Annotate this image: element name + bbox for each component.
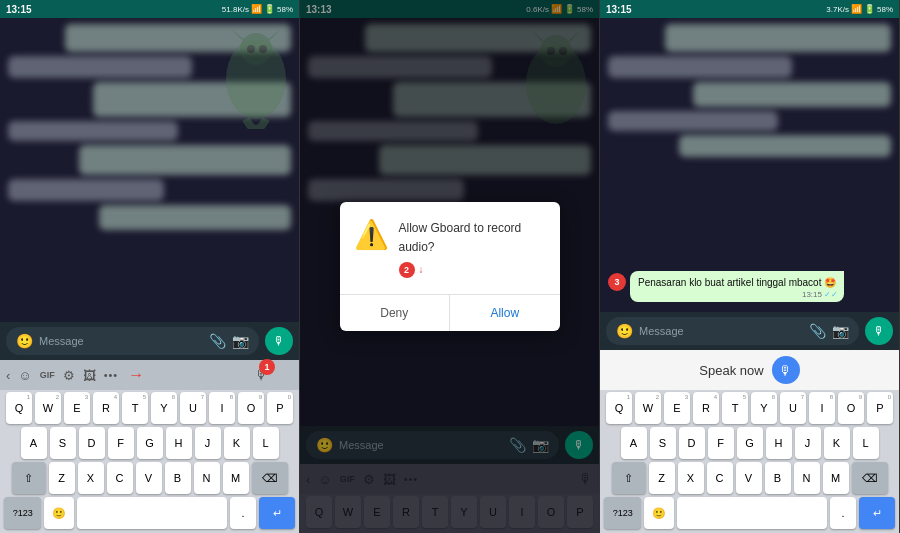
allow-button[interactable]: Allow <box>450 295 560 331</box>
k3-backspace[interactable]: ⌫ <box>852 462 888 494</box>
k3-P[interactable]: P0 <box>867 392 893 424</box>
k3-L[interactable]: L <box>853 427 879 459</box>
kb-back-icon[interactable]: ‹ <box>6 368 10 383</box>
key-H[interactable]: H <box>166 427 192 459</box>
key-B[interactable]: B <box>165 462 191 494</box>
camera-icon-1[interactable]: 📷 <box>232 333 249 349</box>
status-time-3: 13:15 <box>606 4 632 15</box>
key-space[interactable] <box>77 497 227 529</box>
svg-point-4 <box>247 45 255 53</box>
mic-button-1[interactable]: 🎙 <box>265 327 293 355</box>
k3-period[interactable]: . <box>830 497 856 529</box>
deny-button[interactable]: Deny <box>340 295 451 331</box>
key-Z[interactable]: Z <box>49 462 75 494</box>
message-field-1[interactable]: 🙂 Message 📎 📷 <box>6 327 259 355</box>
k3-F[interactable]: F <box>708 427 734 459</box>
k3-A[interactable]: A <box>621 427 647 459</box>
key-J[interactable]: J <box>195 427 221 459</box>
key-E[interactable]: E3 <box>64 392 90 424</box>
key-N[interactable]: N <box>194 462 220 494</box>
k3-W[interactable]: W2 <box>635 392 661 424</box>
key-num[interactable]: ?123 <box>4 497 41 529</box>
step-badge-1: 1 <box>259 359 275 375</box>
k3-O[interactable]: O9 <box>838 392 864 424</box>
key-emoji-kb[interactable]: 🙂 <box>44 497 74 529</box>
k3-Q[interactable]: Q1 <box>606 392 632 424</box>
k3-T[interactable]: T5 <box>722 392 748 424</box>
key-K[interactable]: K <box>224 427 250 459</box>
key-I[interactable]: I8 <box>209 392 235 424</box>
k3-E[interactable]: E3 <box>664 392 690 424</box>
key-enter[interactable]: ↵ <box>259 497 295 529</box>
kb-emoji-icon[interactable]: ☺ <box>18 368 31 383</box>
key-G[interactable]: G <box>137 427 163 459</box>
dialog-actions: Deny Allow <box>340 294 560 331</box>
mic-button-3[interactable]: 🎙 <box>865 317 893 345</box>
emoji-icon-1[interactable]: 🙂 <box>16 333 33 349</box>
kb-toolbar-1: ‹ ☺ GIF ⚙ 🖼 ••• → 🎙 1 <box>0 360 299 390</box>
attach-icon-1[interactable]: 📎 <box>209 333 226 349</box>
camera-icon-3[interactable]: 📷 <box>832 323 849 339</box>
key-U[interactable]: U7 <box>180 392 206 424</box>
key-F[interactable]: F <box>108 427 134 459</box>
k3-C[interactable]: C <box>707 462 733 494</box>
key-shift[interactable]: ⇧ <box>12 462 46 494</box>
k3-M[interactable]: M <box>823 462 849 494</box>
kb-more-icon[interactable]: ••• <box>104 369 119 381</box>
k3-H[interactable]: H <box>766 427 792 459</box>
key-Y[interactable]: Y6 <box>151 392 177 424</box>
down-arrow: ↓ <box>419 264 424 275</box>
status-time-1: 13:15 <box>6 4 32 15</box>
key-P[interactable]: P0 <box>267 392 293 424</box>
k3-space[interactable] <box>677 497 827 529</box>
k3-Z[interactable]: Z <box>649 462 675 494</box>
key-O[interactable]: O9 <box>238 392 264 424</box>
panel-3: 13:15 3.7K/s 📶 🔋 58% 3 Penasaran k <box>600 0 900 533</box>
key-A[interactable]: A <box>21 427 47 459</box>
kb-gif-icon[interactable]: GIF <box>40 370 55 380</box>
key-D[interactable]: D <box>79 427 105 459</box>
key-W[interactable]: W2 <box>35 392 61 424</box>
key-L[interactable]: L <box>253 427 279 459</box>
message-field-3[interactable]: 🙂 Message 📎 📷 <box>606 317 859 345</box>
key-backspace[interactable]: ⌫ <box>252 462 288 494</box>
k3-enter[interactable]: ↵ <box>859 497 895 529</box>
key-T[interactable]: T5 <box>122 392 148 424</box>
svg-marker-3 <box>266 29 281 41</box>
k3-shift[interactable]: ⇧ <box>612 462 646 494</box>
speak-mic-icon[interactable]: 🎙 <box>772 356 800 384</box>
key-S[interactable]: S <box>50 427 76 459</box>
k3-D[interactable]: D <box>679 427 705 459</box>
key-M[interactable]: M <box>223 462 249 494</box>
permission-dialog: ⚠️ Allow Gboard to record audio? 2 ↓ Den… <box>340 202 560 331</box>
key-Q[interactable]: Q1 <box>6 392 32 424</box>
key-V[interactable]: V <box>136 462 162 494</box>
svg-marker-2 <box>231 29 246 41</box>
kb-sticker-icon[interactable]: 🖼 <box>83 368 96 383</box>
k3-Y[interactable]: Y6 <box>751 392 777 424</box>
key-R[interactable]: R4 <box>93 392 119 424</box>
k3-K[interactable]: K <box>824 427 850 459</box>
key-C[interactable]: C <box>107 462 133 494</box>
k3-num[interactable]: ?123 <box>604 497 641 529</box>
k3-G[interactable]: G <box>737 427 763 459</box>
k3-I[interactable]: I8 <box>809 392 835 424</box>
status-icons-3: 3.7K/s 📶 🔋 58% <box>826 4 893 14</box>
k3-N[interactable]: N <box>794 462 820 494</box>
k3-U[interactable]: U7 <box>780 392 806 424</box>
emoji-icon-3[interactable]: 🙂 <box>616 323 633 339</box>
k3-V[interactable]: V <box>736 462 762 494</box>
key-period[interactable]: . <box>230 497 256 529</box>
k3-X[interactable]: X <box>678 462 704 494</box>
key-X[interactable]: X <box>78 462 104 494</box>
keyboard-1: ‹ ☺ GIF ⚙ 🖼 ••• → 🎙 1 Q1 W2 E3 R4 T5 Y6 … <box>0 360 299 533</box>
chat-message-3: Penasaran klo buat artikel tinggal mbaco… <box>638 277 836 288</box>
k3-emoji-kb[interactable]: 🙂 <box>644 497 674 529</box>
kb-settings-icon[interactable]: ⚙ <box>63 368 75 383</box>
k3-B[interactable]: B <box>765 462 791 494</box>
dialog-message: Allow Gboard to record audio? <box>399 217 522 254</box>
k3-J[interactable]: J <box>795 427 821 459</box>
k3-R[interactable]: R4 <box>693 392 719 424</box>
k3-S[interactable]: S <box>650 427 676 459</box>
attach-icon-3[interactable]: 📎 <box>809 323 826 339</box>
